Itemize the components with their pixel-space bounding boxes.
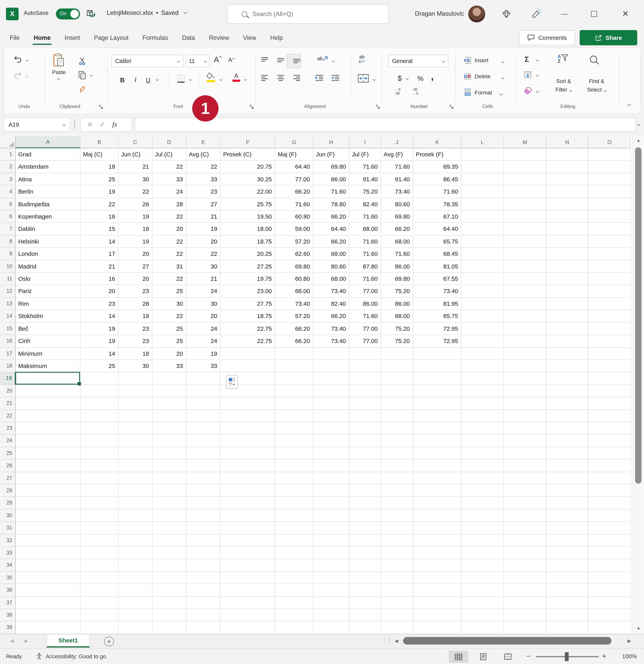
cell-C30[interactable]	[119, 510, 152, 522]
cell-H24[interactable]	[314, 435, 349, 447]
cell-O25[interactable]	[588, 447, 631, 460]
cell-A28[interactable]	[16, 484, 81, 497]
format-cells-button[interactable]: Format	[464, 88, 492, 97]
cell-D38[interactable]	[152, 609, 186, 622]
cell-L31[interactable]	[461, 522, 504, 534]
cell-I5[interactable]: 82.40	[349, 198, 381, 211]
cell-O32[interactable]	[588, 534, 631, 547]
name-box[interactable]: A19	[3, 117, 70, 132]
cell-O31[interactable]	[588, 522, 631, 534]
cell-K7[interactable]: 64.40	[413, 223, 461, 235]
cell-A22[interactable]	[16, 410, 81, 422]
cell-E8[interactable]: 20	[186, 235, 220, 248]
cell-C5[interactable]: 26	[119, 198, 152, 211]
cell-L10[interactable]	[461, 261, 504, 273]
row-header-2[interactable]: 2	[0, 161, 16, 173]
cell-G15[interactable]: 66.20	[275, 323, 313, 335]
cell-B25[interactable]	[81, 447, 119, 460]
cell-E25[interactable]	[186, 447, 220, 460]
cell-A6[interactable]: Kopenhagen	[16, 210, 81, 223]
cell-L23[interactable]	[461, 422, 504, 435]
cell-F15[interactable]: 22.75	[221, 323, 275, 335]
cell-M11[interactable]	[504, 273, 546, 285]
cell-M6[interactable]	[504, 210, 546, 223]
cell-I30[interactable]	[349, 510, 381, 522]
cell-O22[interactable]	[588, 410, 631, 422]
cell-M34[interactable]	[504, 559, 546, 572]
cell-O16[interactable]	[588, 335, 631, 348]
cell-A32[interactable]	[16, 534, 81, 547]
cell-C6[interactable]: 19	[119, 210, 152, 223]
cell-O29[interactable]	[588, 497, 631, 510]
cell-L28[interactable]	[461, 484, 504, 497]
cell-K14[interactable]: 65.75	[413, 310, 461, 323]
decrease-font-button[interactable]: A	[228, 56, 235, 63]
cell-A20[interactable]	[16, 385, 81, 397]
cell-G5[interactable]: 71.60	[275, 198, 313, 211]
cell-O13[interactable]	[588, 298, 631, 310]
cell-J19[interactable]	[381, 372, 413, 385]
cell-M38[interactable]	[504, 609, 546, 622]
cell-J36[interactable]	[381, 584, 413, 597]
fill-button[interactable]	[524, 71, 532, 79]
cell-K19[interactable]	[413, 372, 461, 385]
cell-N20[interactable]	[546, 385, 588, 397]
cell-O24[interactable]	[588, 435, 631, 447]
cell-E27[interactable]	[186, 472, 220, 484]
cell-J29[interactable]	[381, 497, 413, 510]
row-header-19[interactable]: 19	[0, 372, 16, 385]
cell-N30[interactable]	[546, 510, 588, 522]
cell-F9[interactable]: 20.25	[221, 248, 275, 261]
cell-H29[interactable]	[314, 497, 349, 510]
tab-review[interactable]: Review	[208, 34, 230, 41]
cell-N6[interactable]	[546, 210, 588, 223]
cell-L27[interactable]	[461, 472, 504, 484]
tab-home[interactable]: Home	[32, 34, 52, 41]
accessibility-status[interactable]: Accessibility: Good to go	[46, 653, 106, 660]
row-header-14[interactable]: 14	[0, 310, 16, 323]
cell-B5[interactable]: 22	[81, 198, 119, 211]
cell-L11[interactable]	[461, 273, 504, 285]
cell-I1[interactable]: Jul (F)	[349, 148, 381, 161]
tab-formulas[interactable]: Formulas	[141, 34, 169, 41]
cell-A38[interactable]	[16, 609, 81, 622]
cell-D28[interactable]	[152, 484, 186, 497]
cell-M31[interactable]	[504, 522, 546, 534]
cell-A39[interactable]	[16, 622, 81, 634]
tab-insert[interactable]: Insert	[63, 34, 81, 41]
cell-J28[interactable]	[381, 484, 413, 497]
cell-N33[interactable]	[546, 547, 588, 559]
cell-L14[interactable]	[461, 310, 504, 323]
row-header-20[interactable]: 20	[0, 385, 16, 397]
share-button[interactable]: Share	[580, 30, 637, 45]
cell-N21[interactable]	[546, 397, 588, 410]
cell-M14[interactable]	[504, 310, 546, 323]
search-input[interactable]	[252, 11, 379, 17]
merge-center-button[interactable]	[358, 74, 369, 83]
cell-I10[interactable]: 87.80	[349, 261, 381, 273]
cell-I27[interactable]	[349, 472, 381, 484]
cell-N5[interactable]	[546, 198, 588, 211]
cell-O3[interactable]	[588, 173, 631, 186]
expand-formula-bar-icon[interactable]	[637, 123, 640, 126]
cell-E5[interactable]: 27	[186, 198, 220, 211]
cell-N8[interactable]	[546, 235, 588, 248]
cell-J17[interactable]	[381, 348, 413, 360]
cell-J11[interactable]: 69.80	[381, 273, 413, 285]
tab-view[interactable]: View	[242, 34, 257, 41]
cell-G25[interactable]	[275, 447, 313, 460]
cell-F8[interactable]: 18.75	[221, 235, 275, 248]
cell-H37[interactable]	[314, 597, 349, 609]
cell-G24[interactable]	[275, 435, 313, 447]
cell-N16[interactable]	[546, 335, 588, 348]
scroll-up-icon[interactable]: ▲	[637, 138, 641, 143]
cell-C21[interactable]	[119, 397, 152, 410]
cell-B13[interactable]: 23	[81, 298, 119, 310]
fill-dropdown-icon[interactable]	[536, 74, 539, 77]
cell-A36[interactable]	[16, 584, 81, 597]
zoom-out-button[interactable]: −	[526, 652, 531, 661]
cell-L6[interactable]	[461, 210, 504, 223]
cell-C28[interactable]	[119, 484, 152, 497]
cell-M8[interactable]	[504, 235, 546, 248]
cell-B18[interactable]: 25	[81, 360, 119, 373]
